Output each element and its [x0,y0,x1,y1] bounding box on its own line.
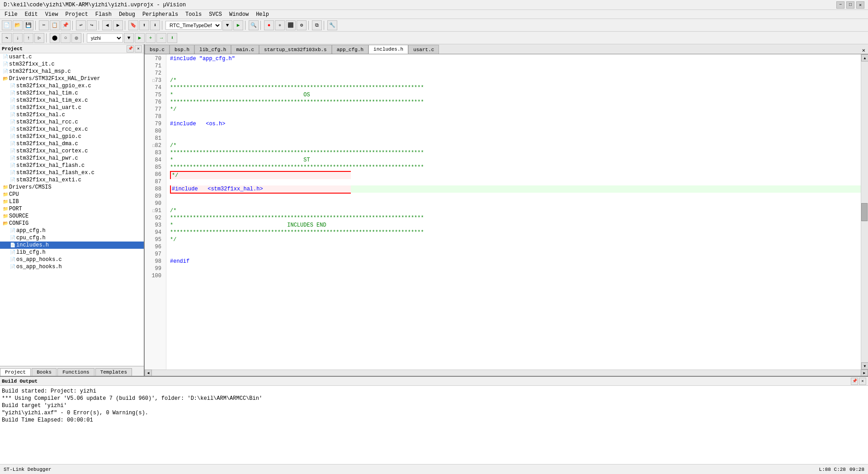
new-file-button[interactable]: 📄 [2,20,12,30]
green-plus-btn[interactable]: + [146,33,156,43]
tree-item[interactable]: 📄stm32f1xx_hal_dma.c [0,140,144,147]
tree-item[interactable]: 📄cpu_cfg.h [0,234,144,242]
insert-bp-btn[interactable]: ⬤ [50,33,60,43]
tab-close-button[interactable]: ✕ [859,47,868,54]
editor-tab-bsp-c[interactable]: bsp.c [145,45,170,54]
tree-item[interactable]: 📄stm32f1xx_hal.c [0,111,144,118]
tree-item[interactable]: 📄stm32f1xx_hal_msp.c [0,68,144,75]
menu-item-svcs[interactable]: SVCS [206,10,225,19]
window-btn[interactable]: ⧉ [312,20,322,30]
build-btn2[interactable]: ● [275,20,285,30]
tree-item[interactable]: 📄os_app_hooks.c [0,256,144,263]
editor-tab-startup_stm32f103xb-s[interactable]: startup_stm32f103xb.s [259,45,332,54]
menu-item-file[interactable]: File [2,10,20,19]
editor-hscroll[interactable]: ◀ ▶ [145,370,868,376]
menu-item-edit[interactable]: Edit [22,10,41,19]
project-tab-books[interactable]: Books [32,368,57,376]
editor-tab-includes-h[interactable]: includes.h [368,45,408,54]
build-btn-red[interactable]: ● [264,20,274,30]
tree-item[interactable]: 📄stm32f1xx_hal_flash_ex.c [0,169,144,176]
nav-fwd-button[interactable]: ▶ [113,20,123,30]
tree-item[interactable]: 📄app_cfg.h [0,227,144,234]
tree-item[interactable]: 📄stm32f1xx_hal_rcc_ex.c [0,126,144,133]
right-scrollbar[interactable]: ▲ ▼ [861,54,868,370]
project-tab-project[interactable]: Project [0,368,31,376]
tree-item[interactable]: 📁CPU [0,191,144,198]
paste-button[interactable]: 📌 [61,20,71,30]
nav-back-button[interactable]: ◀ [102,20,112,30]
undo-button[interactable]: ↩ [76,20,86,30]
tree-item[interactable]: 📁SOURCE [0,213,144,220]
scroll-left-arrow[interactable]: ◀ [145,370,152,376]
next-bookmark-button[interactable]: ⬇ [150,20,160,30]
menu-item-project[interactable]: Project [62,10,90,19]
editor-tab-bsp-h[interactable]: bsp.h [170,45,194,54]
project-pin-btn[interactable]: 📌 [127,45,134,52]
tree-item[interactable]: 📁Drivers/CMSIS [0,184,144,191]
tree-item[interactable]: 📂Drivers/STM32F1xx_HAL_Driver [0,75,144,82]
stop-btn[interactable]: ⬛ [286,20,296,30]
menu-item-view[interactable]: View [42,10,61,19]
run-to-cursor-btn[interactable]: ▷ [34,33,44,43]
menu-item-peripherals[interactable]: Peripherals [140,10,181,19]
build-pin-btn[interactable]: 📌 [851,378,858,385]
prev-bookmark-button[interactable]: ⬆ [139,20,149,30]
tree-item[interactable]: 📁PORT [0,205,144,213]
editor-tab-usart-c[interactable]: usart.c [408,45,439,54]
tree-item[interactable]: 📄stm32f1xx_hal_tim.c [0,90,144,97]
config-btn[interactable]: ⚙ [297,20,307,30]
tree-item[interactable]: 📄stm32f1xx_hal_cortex.c [0,147,144,155]
code-area[interactable]: #include "app_cfg.h"/*******************… [166,54,861,370]
load-button[interactable]: ▶ [233,20,243,30]
menu-item-window[interactable]: Window [226,10,251,19]
tree-item[interactable]: 📂CONFIG [0,220,144,227]
tree-item[interactable]: 📄stm32f1xx_hal_flash.c [0,162,144,169]
tree-item[interactable]: 📄stm32f1xx_hal_gpio_ex.c [0,82,144,90]
project-tab-templates[interactable]: Templates [95,368,132,376]
tree-item[interactable]: 📄usart.c [0,53,144,61]
scroll-up-arrow[interactable]: ▲ [861,54,868,62]
enable-bp-btn[interactable]: ○ [61,33,71,43]
green-dl-btn[interactable]: ⬇ [167,33,177,43]
project-tab-functions[interactable]: Functions [57,368,94,376]
step-over-btn[interactable]: ↷ [2,33,12,43]
menu-item-flash[interactable]: Flash [93,10,114,19]
open-file-button[interactable]: 📂 [13,20,23,30]
save-button[interactable]: 💾 [24,20,33,30]
search-button[interactable]: 🔍 [249,20,259,30]
scroll-thumb[interactable] [861,203,868,221]
run-btn[interactable]: ▶ [135,33,145,43]
menu-item-help[interactable]: Help [253,10,272,19]
scroll-right-arrow[interactable]: ▶ [861,370,868,376]
step-in-btn[interactable]: ↓ [13,33,23,43]
target-name-dropdown[interactable]: yizhi [87,33,123,43]
editor-tab-main-c[interactable]: main.c [231,45,259,54]
tree-item[interactable]: 📄includes.h [0,242,144,249]
tree-item[interactable]: 📄stm32f1xx_hal_uart.c [0,104,144,111]
debug-btn[interactable]: 🔧 [327,20,337,30]
editor-tab-app_cfg-h[interactable]: app_cfg.h [332,45,368,54]
tree-item[interactable]: 📄stm32f1xx_hal_exti.c [0,176,144,184]
redo-button[interactable]: ↪ [87,20,97,30]
target-options-button[interactable]: ▼ [222,20,232,30]
target-name-btn[interactable]: ▼ [124,33,134,43]
tree-item[interactable]: 📄stm32f1xx_hal_tim_ex.c [0,97,144,104]
copy-button[interactable]: 📋 [50,20,60,30]
green-arrow-btn[interactable]: → [156,33,166,43]
menu-item-debug[interactable]: Debug [116,10,138,19]
bookmark-button[interactable]: 🔖 [128,20,138,30]
close-button[interactable]: ✕ [856,1,864,9]
menu-item-tools[interactable]: Tools [183,10,204,19]
tree-item[interactable]: 📄lib_cfg.h [0,249,144,256]
minimize-button[interactable]: − [836,1,844,9]
tree-item[interactable]: 📄stm32f1xx_hal_gpio.c [0,133,144,140]
tree-item[interactable]: 📄stm32f1xx_hal_rcc.c [0,118,144,126]
restore-button[interactable]: □ [846,1,854,9]
tree-item[interactable]: 📁LIB [0,198,144,205]
tree-item[interactable]: 📄os_app_hooks.h [0,263,144,270]
cut-button[interactable]: ✂ [39,20,49,30]
editor-tab-lib_cfg-h[interactable]: lib_cfg.h [194,45,231,54]
tree-item[interactable]: 📄stm32f1xx_hal_pwr.c [0,155,144,162]
disable-bp-btn[interactable]: ◎ [71,33,81,43]
tree-item[interactable]: 📄stm32f1xx_it.c [0,61,144,68]
